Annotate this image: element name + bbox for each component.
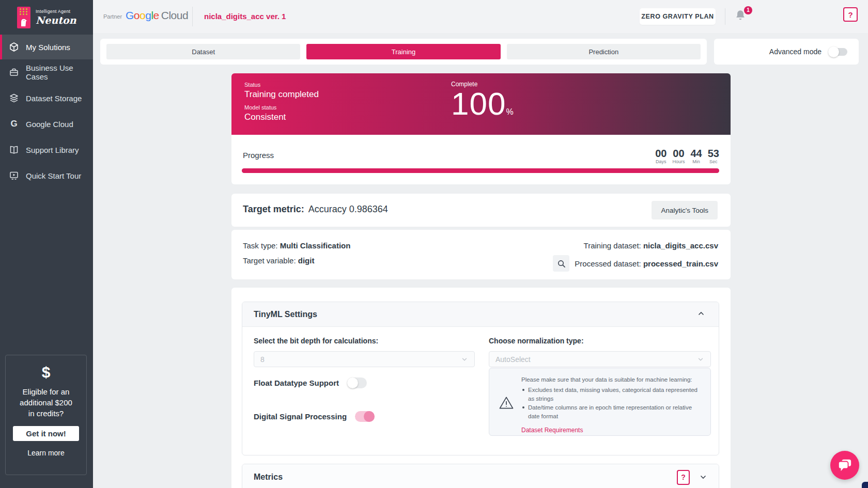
top-bar: Partner GoogleCloud nicla_digits_acc ver… <box>93 0 868 33</box>
sidebar-item-quick-start-tour[interactable]: Quick Start Tour <box>0 163 93 188</box>
warning-intro: Please make sure that your data is suita… <box>521 375 703 384</box>
get-it-now-button[interactable]: Get it now! <box>13 426 79 441</box>
advanced-mode-card: Advanced mode <box>714 39 859 65</box>
project-title: nicla_digits_acc ver. 1 <box>204 12 286 21</box>
tinyml-settings-title: TinyML Settings <box>254 310 317 319</box>
target-metric-text: Target metric:Accuracy 0.986364 <box>243 204 388 215</box>
tinyml-settings-header[interactable]: TinyML Settings <box>242 302 719 327</box>
timer-days-label: Days <box>655 159 667 164</box>
notification-badge: 1 <box>744 6 752 14</box>
bird-icon <box>19 15 29 27</box>
sidebar-item-label: Google Cloud <box>26 120 73 129</box>
tab-dataset[interactable]: Dataset <box>106 44 300 59</box>
sidebar-item-label: My Solutions <box>26 43 70 52</box>
dataset-requirements-link[interactable]: Dataset Requirements <box>521 426 583 435</box>
sidebar-nav: My Solutions Business Use Cases Dataset … <box>0 35 93 188</box>
timer-sec-label: Sec <box>708 159 719 164</box>
tinyml-settings-panel: TinyML Settings Select the bit depth for… <box>242 302 719 455</box>
sidebar-item-label: Quick Start Tour <box>26 171 81 180</box>
sidebar-item-business-use-cases[interactable]: Business Use Cases <box>0 59 93 85</box>
sidebar-item-label: Business Use Cases <box>26 64 93 81</box>
neuton-logo-icon <box>17 7 30 28</box>
sidebar: Intelligent Agent Neuton My Solutions Bu… <box>0 0 93 488</box>
metrics-title: Metrics <box>254 473 677 482</box>
advanced-mode-toggle[interactable] <box>829 48 847 56</box>
brand-name: Neuton <box>36 14 76 26</box>
float-datatype-toggle[interactable] <box>347 377 367 388</box>
collapse-button[interactable] <box>695 307 707 321</box>
credits-promo-card: $ Eligible for an additional $200 in cre… <box>5 355 87 475</box>
target-metric-value: Accuracy 0.986364 <box>308 204 388 214</box>
notifications-button[interactable]: 1 <box>734 8 751 26</box>
learn-more-link[interactable]: Learn more <box>6 449 86 457</box>
dsp-row: Digital Signal Processing <box>254 411 375 422</box>
cube-icon <box>9 42 19 52</box>
chevron-up-icon <box>697 309 705 318</box>
chat-widget-button[interactable] <box>830 451 859 480</box>
brand-tagline: Intelligent Agent <box>36 9 76 14</box>
processed-dataset-row: Processed dataset: processed_train.csv <box>553 255 718 272</box>
float-datatype-row: Float Datatype Support <box>254 377 367 388</box>
corner-widget <box>862 482 868 488</box>
layers-icon <box>9 93 19 103</box>
chevron-down-icon <box>697 356 704 363</box>
progress-bar-fill <box>242 168 719 173</box>
processed-dataset-text: Processed dataset: processed_train.csv <box>575 259 718 268</box>
workflow-tabs: Dataset Training Prediction <box>100 39 707 65</box>
warning-icon <box>499 396 514 410</box>
warning-bullets: Excludes text data, missing values, cate… <box>521 386 703 421</box>
help-button[interactable]: ? <box>843 7 858 22</box>
preview-dataset-button[interactable] <box>553 255 569 272</box>
metrics-panel: Metrics ? <box>242 464 719 488</box>
normalization-label: Choose normalization type: <box>489 337 584 345</box>
tab-training[interactable]: Training <box>306 44 500 59</box>
briefcase-icon <box>9 67 19 77</box>
model-status-value: Consistent <box>244 112 286 122</box>
sidebar-item-dataset-storage[interactable]: Dataset Storage <box>0 85 93 111</box>
normalization-value: AutoSelect <box>495 355 531 364</box>
complete-block: Complete 100% <box>451 81 514 128</box>
target-variable-value: digit <box>298 256 315 265</box>
timer-hours-value: 00 <box>672 148 685 159</box>
float-datatype-label: Float Datatype Support <box>254 379 339 387</box>
status-label: Status <box>244 82 260 88</box>
training-dataset-row: Training dataset: nicla_digits_acc.csv <box>584 241 718 250</box>
training-timer: 00Days 00Hours 44Min 53Sec <box>655 148 719 164</box>
sidebar-item-support-library[interactable]: Support Library <box>0 137 93 163</box>
divider <box>725 8 725 25</box>
metrics-header[interactable]: Metrics ? <box>242 464 719 488</box>
video-tour-icon <box>9 170 19 181</box>
analytics-tools-button[interactable]: Analytic's Tools <box>652 201 718 219</box>
sidebar-item-my-solutions[interactable]: My Solutions <box>0 35 93 59</box>
promo-text: Eligible for an additional $200 in credi… <box>6 386 86 419</box>
progress-bar <box>242 168 719 173</box>
chevron-down-icon[interactable] <box>699 473 707 481</box>
target-variable-row: Target variable: digit <box>243 256 314 265</box>
timer-hours-label: Hours <box>672 159 685 164</box>
dollar-icon: $ <box>6 364 86 381</box>
timer-days-value: 00 <box>655 148 667 159</box>
book-icon <box>9 145 19 155</box>
chat-bubbles-icon <box>837 458 853 473</box>
sidebar-item-google-cloud[interactable]: G Google Cloud <box>0 111 93 137</box>
processed-dataset-value: processed_train.csv <box>643 259 718 268</box>
dsp-label: Digital Signal Processing <box>254 412 347 421</box>
complete-value: 100% <box>451 88 514 128</box>
google-cloud-logo: GoogleCloud <box>126 9 188 22</box>
dsp-toggle[interactable] <box>355 411 375 422</box>
task-info-card: Task type: Multi Classification Target v… <box>231 230 731 279</box>
neuton-logo[interactable]: Intelligent Agent Neuton <box>0 0 93 35</box>
plan-button[interactable]: ZERO GRAVITY PLAN <box>640 8 716 25</box>
tab-prediction[interactable]: Prediction <box>507 44 701 59</box>
progress-card: Progress 00Days 00Hours 44Min 53Sec <box>231 135 731 184</box>
warning-bullet: Date/time columns are in epoch time repr… <box>521 403 703 421</box>
bit-depth-select[interactable]: 8 <box>254 351 475 367</box>
metrics-help-button[interactable]: ? <box>677 470 690 485</box>
sidebar-item-label: Dataset Storage <box>26 94 82 103</box>
target-metric-card: Target metric:Accuracy 0.986364 Analytic… <box>231 194 731 227</box>
training-dataset-value: nicla_digits_acc.csv <box>643 241 718 250</box>
normalization-select[interactable]: AutoSelect <box>489 351 711 367</box>
settings-section: TinyML Settings Select the bit depth for… <box>231 288 731 488</box>
data-suitability-warning: Please make sure that your data is suita… <box>489 368 711 436</box>
partner-label: Partner <box>103 13 122 20</box>
